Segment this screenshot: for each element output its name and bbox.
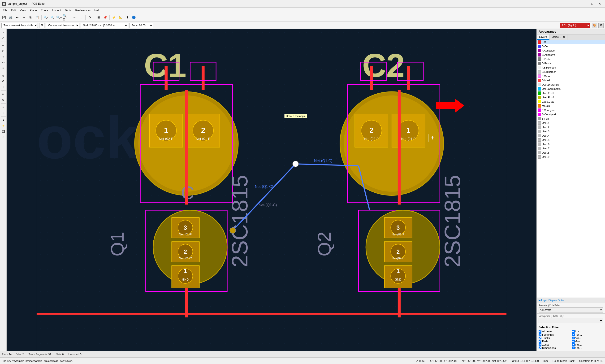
menu-item-edit[interactable]: Edit [9,8,18,13]
layer-item-user-eco2[interactable]: User.Eco2 [537,95,605,100]
toolbar-button-13[interactable]: ↕ [78,14,84,21]
layer-item-b-paste[interactable]: B.Paste [537,61,605,65]
filter-checkbox-zones[interactable] [539,343,541,346]
left-toolbar-button-21[interactable]: 🔲 [1,129,6,134]
tab-objects[interactable]: Objec… ✕ [550,35,567,40]
menu-item-file[interactable]: File [1,8,9,13]
presets-select[interactable]: All Layers [539,307,603,312]
pcb-canvas[interactable]: ocket C1 1 Net-(02-P 2 Net-(01-P C C2 [7,29,537,351]
toolbar-button-23[interactable]: 🔵 [131,14,137,21]
layer-item-user-eco1[interactable]: User.Eco1 [537,91,605,95]
left-toolbar-button-3[interactable]: ✏ [1,43,6,48]
toolbar-button-10[interactable]: 🔍⊡ [63,14,69,21]
menu-item-help[interactable]: Help [92,8,102,13]
menu-item-tools[interactable]: Tools [63,8,74,13]
grid-select[interactable]: Grid: 2.5400 mm (0.1000 in) [81,23,128,28]
toolbar-button-0[interactable]: 💾 [1,14,7,21]
layer-item-margin[interactable]: Margin [537,104,605,108]
left-toolbar-button-6[interactable]: ▭ [1,60,6,65]
toolbar-button-1[interactable]: 🖨️ [8,14,14,21]
layer-item-user-4[interactable]: User.4 [537,133,605,138]
layer-item-f-silkscreen[interactable]: F.Silkscreen [537,65,605,70]
toolbar-button-7[interactable]: 🔍- [43,14,49,21]
toolbar-button-5[interactable]: 📋 [34,14,40,21]
filter-checkbox-gra[interactable] [572,340,575,343]
layer-color-button[interactable]: 🎨 [592,23,597,28]
filter-checkbox-tex[interactable] [572,333,575,336]
filter-checkbox-pads[interactable] [539,340,541,343]
menu-item-route[interactable]: Route [39,8,50,13]
toolbar-button-3[interactable]: ↪ [21,14,27,21]
left-toolbar-button-10[interactable]: ⊕ [1,78,6,84]
toolbar-button-20[interactable]: ⚡ [111,14,117,21]
layer-item-f-paste[interactable]: F.Paste [537,57,605,61]
layer-item-user-2[interactable]: User.2 [537,125,605,129]
layer-item-user-8[interactable]: User.8 [537,151,605,155]
viewports-select[interactable]: --- [539,318,603,323]
left-toolbar-button-9[interactable]: ◎ [1,73,6,78]
toolbar-button-21[interactable]: 📐 [117,14,124,21]
maximize-button[interactable]: □ [589,1,595,6]
filter-checkbox-rul[interactable] [572,343,575,346]
filter-checkbox-oth[interactable] [572,347,575,349]
left-toolbar-button-16[interactable]: ○ [1,104,6,110]
left-toolbar-button-5[interactable]: ○ [1,54,6,59]
layer-item-f-cu[interactable]: F.Cu [537,40,605,44]
left-toolbar-button-22[interactable]: ⊹ [1,134,6,140]
toolbar-button-22[interactable]: ⬆ [124,14,130,21]
layer-item-user-1[interactable]: User.1 [537,121,605,125]
left-toolbar-button-11[interactable]: T [1,84,6,89]
zoom-select[interactable]: Zoom 20.00 [129,23,153,28]
layer-item-user-6[interactable]: User.6 [537,142,605,146]
menu-item-view[interactable]: View [18,8,28,13]
tab-layers[interactable]: Layers [537,35,550,40]
filter-checkbox-loc[interactable] [572,330,575,333]
left-toolbar-button-19[interactable]: ★ [1,117,6,123]
layer-item-user-drawings[interactable]: User.Drawings [537,82,605,87]
track-width-button[interactable]: ⚙ [39,23,44,28]
toolbar-button-18[interactable]: 📌 [102,14,108,21]
layer-item-f-mask[interactable]: F.Mask [537,74,605,78]
layer-item-b-cu[interactable]: B.Cu [537,44,605,49]
layer-item-user-5[interactable]: User.5 [537,138,605,142]
left-toolbar-button-7[interactable]: ≡ [1,65,6,71]
via-size-select[interactable]: Via: use netclass sizes [46,23,79,28]
filter-checkbox-tracks[interactable] [539,337,541,339]
minimize-button[interactable]: ─ [581,1,588,6]
track-width-select[interactable]: Track: use netclass width [1,23,38,28]
layer-item-user-9[interactable]: User.9 [537,155,605,159]
layer-display-expand[interactable]: ▶ Layer Display Option [539,299,565,302]
layer-item-b-mask[interactable]: B.Mask [537,78,605,82]
filter-checkbox-all_items[interactable] [539,330,541,333]
menu-item-inspect[interactable]: Inspect [50,8,63,13]
layer-item-b-fab[interactable]: B.Fab [537,117,605,121]
toolbar-button-17[interactable]: ⊞ [95,14,102,21]
left-toolbar-button-14[interactable]: ⊕ [1,97,6,102]
left-toolbar-button-0[interactable]: ↗ [1,30,6,35]
toolbar-button-4[interactable]: ⎘ [27,14,34,21]
layer-item-b-courtyard[interactable]: B.Courtyard [537,112,605,117]
close-button[interactable]: ✕ [596,1,603,6]
tab-close-icon[interactable]: ✕ [563,36,565,38]
layer-item-user-7[interactable]: User.7 [537,146,605,151]
layer-item-b-adhesive[interactable]: B.Adhesive [537,53,605,57]
filter-checkbox-dimensions[interactable] [539,347,541,349]
toolbar-button-2[interactable]: ↩ [14,14,20,21]
menu-item-preferences[interactable]: Preferences [74,8,93,13]
layer-item-f-adhesive[interactable]: F.Adhesive [537,49,605,53]
layer-settings-button[interactable]: ⚙ [598,23,604,28]
layer-item-b-silkscreen[interactable]: B.Silkscreen [537,70,605,74]
left-toolbar-button-17[interactable]: ⊹ [1,110,6,115]
layer-item-user-3[interactable]: User.3 [537,129,605,133]
left-toolbar-button-1[interactable]: ⤢ [1,36,6,41]
left-toolbar-button-4[interactable]: ⬡ [1,49,6,54]
layer-item-f-courtyard[interactable]: F.Courtyard [537,108,605,112]
toolbar-button-9[interactable]: 🔍+ [56,14,62,21]
left-toolbar-button-20[interactable]: ⚡ [1,123,6,128]
toolbar-button-8[interactable]: 🔍 [49,14,55,21]
toolbar-button-15[interactable]: ⟳ [87,14,93,21]
filter-checkbox-via[interactable] [572,337,575,339]
left-toolbar-button-13[interactable]: ✏ [1,91,6,97]
menu-item-place[interactable]: Place [28,8,39,13]
layer-select[interactable]: F.Cu (PgUp) [560,23,590,28]
